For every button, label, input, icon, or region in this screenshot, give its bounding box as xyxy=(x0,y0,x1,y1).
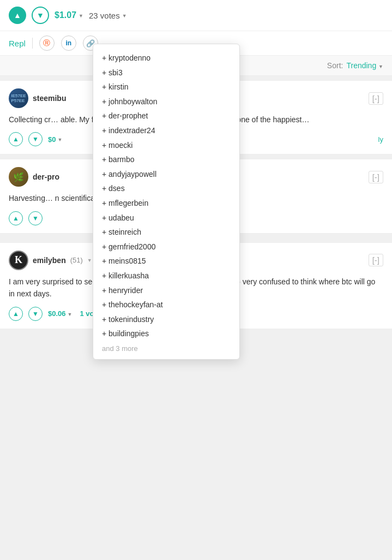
avatar-der-pro: 🌿 xyxy=(9,167,28,187)
voter-item[interactable]: + indextrader24 xyxy=(102,123,231,138)
voter-item[interactable]: + henryrider xyxy=(102,283,231,298)
collapse-steemibu[interactable]: [-] xyxy=(369,92,383,105)
avatar-icon: 🌿 xyxy=(13,172,24,182)
small-downvote-emilyben[interactable]: ▼ xyxy=(28,307,43,321)
avatar-text: IE57EEP57EE xyxy=(11,93,26,103)
voter-item[interactable]: + tokenindustry xyxy=(102,312,231,327)
voters-list: + kryptodenno+ sbi3+ kirstin+ johnboywal… xyxy=(102,51,231,341)
username-emilyben[interactable]: emilyben xyxy=(33,256,66,265)
voter-item[interactable]: + moecki xyxy=(102,138,231,153)
sort-value[interactable]: Trending xyxy=(346,61,383,70)
amount-caret-emilyben[interactable] xyxy=(68,311,73,317)
sort-value-text: Trending xyxy=(346,61,376,70)
reputation-emilyben: (51) xyxy=(70,256,83,264)
votes-caret[interactable] xyxy=(122,12,127,19)
voter-item[interactable]: + der-prophet xyxy=(102,109,231,123)
voter-item[interactable]: + sbi3 xyxy=(102,65,231,80)
sort-label: Sort: xyxy=(327,61,343,70)
small-amount-steemibu: $0 xyxy=(48,135,62,144)
collapse-der-pro[interactable]: [-] xyxy=(369,171,383,183)
voter-item[interactable]: + johnboywalton xyxy=(102,94,231,109)
voter-item[interactable]: + kryptodenno xyxy=(102,51,231,65)
avatar-text-emily: K xyxy=(15,254,22,266)
dropdown-more: and 3 more xyxy=(102,344,231,353)
votes-value: 23 votes xyxy=(89,11,120,20)
small-downvote-steemibu[interactable]: ▼ xyxy=(28,132,43,146)
small-downvote-der-pro[interactable]: ▼ xyxy=(28,211,43,225)
avatar-steemibu: IE57EEP57EE xyxy=(9,88,28,108)
reply-link[interactable]: Repl xyxy=(9,39,26,48)
amount-caret[interactable] xyxy=(79,12,83,19)
downvote-button[interactable]: ▼ xyxy=(32,7,49,24)
divider xyxy=(32,38,33,49)
amount-emilyben: $0.06 xyxy=(48,309,66,318)
voter-item[interactable]: + buildingpies xyxy=(102,326,231,341)
username-steemibu[interactable]: steemibu xyxy=(33,94,66,103)
small-upvote-steemibu[interactable]: ▲ xyxy=(9,132,23,146)
reply-label: Repl xyxy=(9,39,26,48)
avatar-emilyben: K xyxy=(9,251,28,270)
reply-steemibu[interactable]: ly xyxy=(378,135,383,144)
small-amount-emilyben: $0.06 xyxy=(48,309,72,318)
linkedin-share-button[interactable]: in xyxy=(61,35,76,51)
small-upvote-emilyben[interactable]: ▲ xyxy=(9,307,23,321)
sort-caret xyxy=(378,63,383,69)
voter-item[interactable]: + thehockeyfan-at xyxy=(102,297,231,312)
voter-item[interactable]: + mflegerbein xyxy=(102,196,231,211)
amount-steemibu: $0 xyxy=(48,135,56,144)
voters-dropdown: + kryptodenno+ sbi3+ kirstin+ johnboywal… xyxy=(93,44,240,360)
post-amount: $1.07 xyxy=(55,10,83,20)
upvote-button[interactable]: ▲ xyxy=(9,7,26,24)
reddit-icon: Ⓡ xyxy=(43,38,50,48)
collapse-emilyben[interactable]: [-] xyxy=(369,254,383,266)
voter-item[interactable]: + gernfried2000 xyxy=(102,240,231,254)
voter-item[interactable]: + barmbo xyxy=(102,152,231,167)
reputation-caret[interactable] xyxy=(87,257,92,263)
voter-item[interactable]: + meins0815 xyxy=(102,254,231,269)
top-vote-bar: ▲ ▼ $1.07 23 votes xyxy=(0,0,392,31)
linkedin-icon: in xyxy=(66,39,72,47)
voter-item[interactable]: + andyjaypowell xyxy=(102,167,231,182)
votes-count: 23 votes xyxy=(89,11,127,20)
voter-item[interactable]: + killerkuasha xyxy=(102,269,231,283)
reddit-share-button[interactable]: Ⓡ xyxy=(39,35,55,51)
voter-item[interactable]: + udabeu xyxy=(102,211,231,225)
amount-value: $1.07 xyxy=(55,10,76,20)
username-der-pro[interactable]: der-pro xyxy=(33,172,59,181)
amount-caret-steemibu[interactable] xyxy=(57,136,62,142)
small-upvote-der-pro[interactable]: ▲ xyxy=(9,211,23,225)
voter-item[interactable]: + kirstin xyxy=(102,80,231,94)
voter-item[interactable]: + dses xyxy=(102,181,231,196)
voter-item[interactable]: + steinreich xyxy=(102,225,231,240)
